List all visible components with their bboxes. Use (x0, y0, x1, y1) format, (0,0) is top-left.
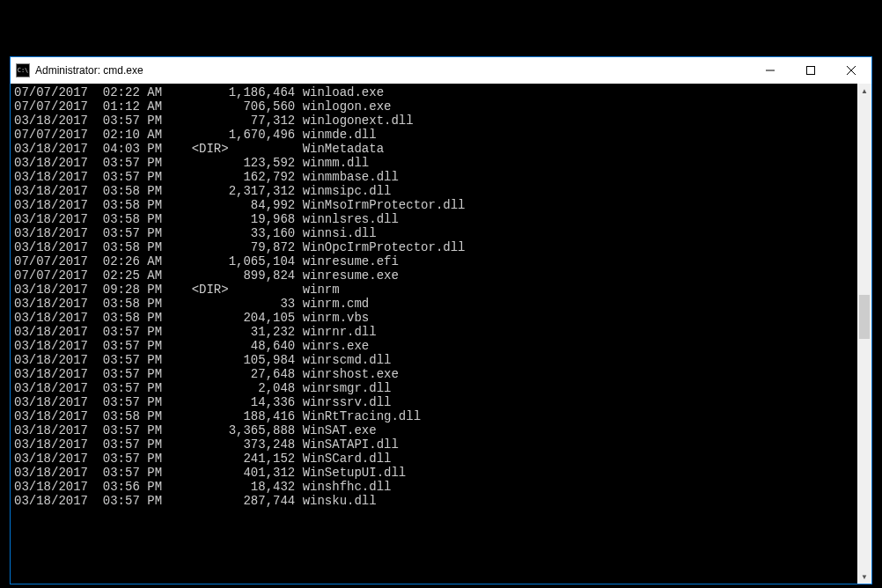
terminal-wrapper: 07/07/2017 02:22 AM 1,186,464 winload.ex… (11, 84, 871, 584)
scroll-thumb[interactable] (859, 295, 870, 339)
cmd-icon: C:\ (16, 63, 30, 77)
terminal-output[interactable]: 07/07/2017 02:22 AM 1,186,464 winload.ex… (11, 84, 857, 584)
svg-rect-1 (807, 67, 815, 75)
titlebar[interactable]: C:\ Administrator: cmd.exe (11, 57, 871, 84)
minimize-button[interactable] (750, 57, 790, 84)
window-title: Administrator: cmd.exe (35, 64, 750, 77)
scroll-up-arrow[interactable]: ▲ (857, 84, 871, 98)
close-button[interactable] (831, 57, 871, 84)
maximize-button[interactable] (790, 57, 831, 84)
window-controls (750, 57, 871, 84)
scroll-down-arrow[interactable]: ▼ (857, 570, 871, 584)
cmd-window: C:\ Administrator: cmd.exe 07/07/2017 02… (10, 56, 872, 584)
scrollbar[interactable]: ▲ ▼ (857, 84, 871, 584)
